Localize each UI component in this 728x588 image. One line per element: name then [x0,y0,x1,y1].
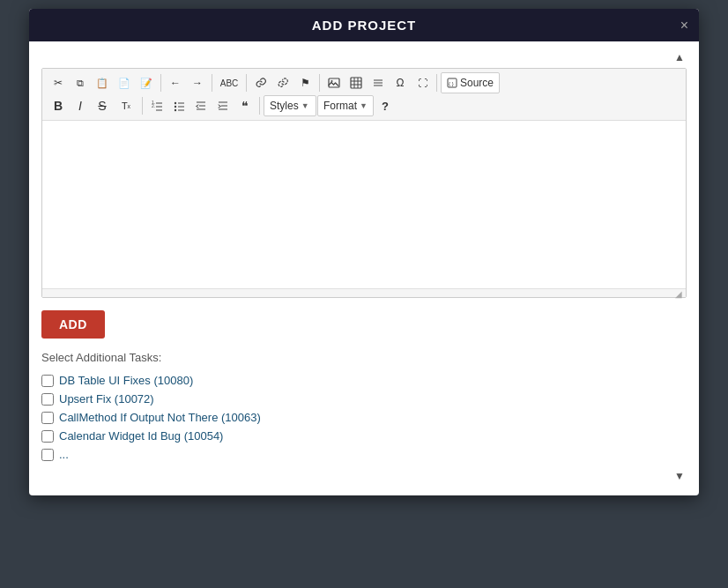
svg-text:{ }: { } [449,81,454,86]
decrease-indent-button[interactable] [190,95,212,116]
italic-button[interactable]: I [70,95,91,116]
format-dropdown-arrow: ▼ [360,101,368,110]
toolbar-sep-4 [319,74,320,92]
redo-button[interactable]: → [187,72,208,93]
svg-rect-2 [351,78,361,88]
select-tasks-label: Select Additional Tasks: [41,351,687,364]
add-project-modal: ADD PROJECT × ▲ ✂ ⧉ 📋 📄 📝 [29,9,699,495]
modal-title: ADD PROJECT [312,18,417,33]
source-label: Source [460,77,494,89]
format-dropdown[interactable]: Format ▼ [317,95,374,116]
modal-header: ADD PROJECT × [29,9,699,41]
modal-close-button[interactable]: × [680,19,688,33]
modal-body: ▲ ✂ ⧉ 📋 📄 📝 ← → ABC [29,41,699,495]
maximize-button[interactable]: ⛶ [412,72,433,93]
image-button[interactable] [323,72,345,93]
styles-dropdown-arrow: ▼ [301,101,309,110]
toolbar-row-1: ✂ ⧉ 📋 📄 📝 ← → ABC [48,72,680,93]
remove-format-button[interactable]: Tx [114,95,138,116]
toolbar-sep-6 [142,97,143,115]
table-button[interactable] [345,72,367,93]
toolbar-sep-5 [436,74,437,92]
toolbar-sep-2 [212,74,212,92]
svg-point-1 [331,80,333,82]
toolbar-sep-7 [259,97,260,115]
styles-label: Styles [270,100,299,112]
paste-button[interactable]: 📋 [92,72,113,93]
paste-text-button[interactable]: 📄 [114,72,135,93]
ordered-list-button[interactable]: 1. 2. [146,95,167,116]
scroll-up-arrow[interactable]: ▲ [672,50,687,64]
bold-button[interactable]: B [48,95,69,116]
scroll-down-arrow[interactable]: ▼ [672,469,687,483]
task-label-10054[interactable]: Calendar Widget Id Bug (10054) [59,429,223,443]
scroll-top-area: ▲ [41,50,687,64]
source-button[interactable]: { } Source [441,72,500,93]
styles-dropdown[interactable]: Styles ▼ [264,95,316,116]
editor-content-area[interactable] [42,121,686,288]
rich-text-editor: ✂ ⧉ 📋 📄 📝 ← → ABC [41,68,687,298]
cut-button[interactable]: ✂ [48,72,69,93]
toolbar-sep-3 [246,74,247,92]
task-item-4: Calendar Widget Id Bug (10054) [41,427,687,445]
strikethrough-button[interactable]: S [92,95,113,116]
task-item-2: Upsert Fix (10072) [41,390,687,408]
editor-toolbar: ✂ ⧉ 📋 📄 📝 ← → ABC [42,69,686,121]
toolbar-sep-1 [160,74,161,92]
task-item-3: CallMethod If Output Not There (10063) [41,408,687,427]
toolbar-row-2: B I S Tx 1. 2. [48,95,680,116]
task-label-10080[interactable]: DB Table UI Fixes (10080) [59,374,193,387]
task-label-more[interactable]: ... [59,448,69,461]
task-item-5: ... [41,445,687,464]
task-label-10072[interactable]: Upsert Fix (10072) [59,392,154,406]
list-format-button[interactable] [368,72,389,93]
blockquote-button[interactable]: ❝ [234,95,256,116]
paste-word-button[interactable]: 📝 [136,72,157,93]
unlink-button[interactable] [272,72,293,93]
copy-button[interactable]: ⧉ [70,72,91,93]
spellcheck-button[interactable]: ABC [216,72,242,93]
task-checkbox-10072[interactable] [41,393,54,406]
svg-point-19 [175,109,176,111]
task-checkbox-10063[interactable] [41,412,54,424]
svg-point-17 [175,102,176,104]
svg-text:2.: 2. [152,103,155,108]
task-checkbox-10080[interactable] [41,375,54,387]
resize-handle[interactable]: ◢ [675,289,684,298]
task-checkbox-10054[interactable] [41,430,54,443]
format-label: Format [323,100,357,112]
scroll-bottom-area: ▼ [41,469,687,483]
undo-button[interactable]: ← [165,72,186,93]
link-button[interactable] [250,72,271,93]
unordered-list-button[interactable] [168,95,189,116]
help-button[interactable]: ? [375,95,396,116]
increase-indent-button[interactable] [212,95,234,116]
svg-point-18 [175,106,176,108]
task-label-10063[interactable]: CallMethod If Output Not There (10063) [59,411,261,424]
editor-resize-area: ◢ [42,288,686,297]
add-button[interactable]: ADD [41,310,105,339]
task-item-1: DB Table UI Fixes (10080) [41,371,687,390]
anchor-button[interactable]: ⚑ [294,72,316,93]
special-char-button[interactable]: Ω [390,72,411,93]
task-checkbox-more[interactable] [41,449,54,461]
